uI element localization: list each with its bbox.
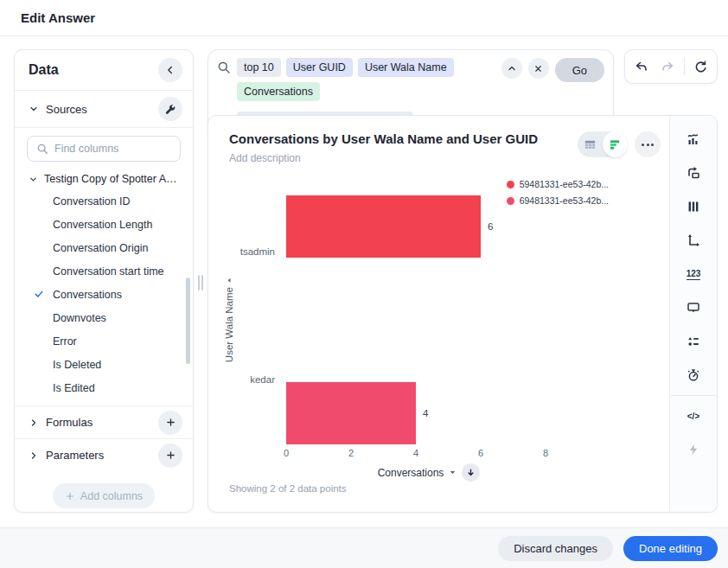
tree-scrollbar[interactable] <box>186 278 190 364</box>
lightning-icon <box>686 443 700 456</box>
bar-tsadmin[interactable] <box>286 195 481 258</box>
change-visualization-button[interactable] <box>682 128 705 150</box>
column-item[interactable]: Conversation Origin <box>15 236 193 259</box>
divider <box>684 58 685 75</box>
format-list-icon <box>686 334 701 349</box>
column-item[interactable]: Is Edited <box>15 376 193 399</box>
axes-settings-button[interactable] <box>682 229 705 252</box>
panel-resize-handle[interactable] <box>198 275 203 290</box>
tml-editor-button[interactable]: </> <box>682 405 705 427</box>
go-button[interactable]: Go <box>555 58 604 82</box>
plus-icon <box>165 417 176 428</box>
reset-icon <box>693 60 708 74</box>
pin-to-liveboard-icon <box>686 165 701 181</box>
history-toolbar <box>624 49 718 84</box>
column-item[interactable]: Is Deleted <box>15 353 193 376</box>
source-tree-parent[interactable]: Testign Copy of Spotter Ana... <box>15 169 193 189</box>
spotiq-button[interactable] <box>682 438 705 461</box>
stopwatch-icon <box>686 367 701 383</box>
plus-icon <box>65 491 75 501</box>
bar-kedar[interactable] <box>286 382 416 444</box>
chevron-left-icon <box>164 64 176 76</box>
code-icon: </> <box>687 412 699 421</box>
edit-sources-button[interactable] <box>158 97 182 121</box>
done-editing-button[interactable]: Done editing <box>623 536 718 561</box>
clear-search-button[interactable] <box>528 58 549 79</box>
page-title: Edit Answer <box>21 10 95 25</box>
add-columns-button[interactable]: Add columns <box>53 483 155 508</box>
add-parameter-button[interactable] <box>158 444 182 468</box>
column-item[interactable]: Conversation start time <box>15 259 193 283</box>
pin-to-liveboard-button[interactable] <box>682 162 705 184</box>
reset-button[interactable] <box>690 55 712 78</box>
find-columns-input[interactable] <box>54 143 167 155</box>
chevron-down-icon <box>29 104 39 114</box>
axes-icon <box>686 233 701 248</box>
y-axis-label[interactable]: User Wala Name <box>222 195 236 444</box>
search-token[interactable]: top 10 <box>237 58 281 77</box>
legend-item[interactable]: 59481331-ee53-42b... <box>507 179 609 189</box>
undo-button[interactable] <box>629 55 652 78</box>
data-label: 6 <box>488 221 493 232</box>
category-label: kedar <box>223 374 275 385</box>
search-token[interactable]: Conversations <box>237 82 320 101</box>
chart-view-button[interactable] <box>603 131 628 157</box>
redo-icon <box>661 60 675 74</box>
search-token[interactable]: User Wala Name <box>358 58 454 77</box>
number-format-button[interactable]: 123 <box>682 263 705 285</box>
column-item[interactable]: Error <box>15 329 193 353</box>
source-name: Testign Copy of Spotter Ana... <box>44 173 182 185</box>
tooltip-icon <box>686 300 701 316</box>
page-footer: Discard changes Done editing <box>0 527 728 568</box>
search-token[interactable]: User GUID <box>286 58 353 77</box>
sources-label: Sources <box>46 103 87 116</box>
redo-button[interactable] <box>657 55 680 78</box>
arrow-down-icon <box>466 468 476 477</box>
columns-icon <box>686 199 701 214</box>
add-formula-button[interactable] <box>158 411 182 435</box>
chevron-up-icon <box>507 63 517 73</box>
column-item-selected[interactable]: Conversations <box>15 283 193 306</box>
formulas-section-header[interactable]: Formulas <box>15 405 193 438</box>
data-label: 4 <box>423 408 428 418</box>
table-view-button[interactable] <box>578 131 603 157</box>
column-item[interactable]: Liveboard GUID <box>15 399 193 405</box>
data-points-summary: Showing 2 of 2 data points <box>229 483 347 494</box>
tooltip-settings-button[interactable] <box>682 297 705 319</box>
columns-tree: Testign Copy of Spotter Ana... Conversat… <box>15 165 193 405</box>
search-icon <box>36 143 48 155</box>
chart-header: Conversations by User Wala Name and User… <box>229 131 661 164</box>
chevron-right-icon <box>29 450 39 461</box>
close-icon <box>533 64 543 73</box>
check-icon <box>34 289 44 299</box>
plus-icon <box>165 450 176 461</box>
parameters-section-header[interactable]: Parameters <box>15 438 193 471</box>
schedule-button[interactable] <box>682 364 705 386</box>
caret-icon <box>226 277 233 284</box>
data-panel: Data Sources <box>14 49 194 513</box>
add-description[interactable]: Add description <box>229 152 538 164</box>
discard-changes-button[interactable]: Discard changes <box>498 536 613 561</box>
view-toggle <box>578 131 628 157</box>
column-item[interactable]: Conversation ID <box>15 189 193 213</box>
column-item[interactable]: Conversation Length <box>15 213 193 236</box>
collapse-search-button[interactable] <box>501 58 522 79</box>
sort-descending-button[interactable] <box>462 463 480 482</box>
category-label: tsadmin <box>223 246 275 257</box>
chart-content: Conversations by User Wala Name and User… <box>208 116 669 512</box>
legend-dot <box>507 181 514 188</box>
more-options-button[interactable] <box>635 131 661 157</box>
collapse-panel-button[interactable] <box>158 58 182 82</box>
column-item[interactable]: Downvotes <box>15 306 193 329</box>
number-format-icon: 123 <box>686 269 701 280</box>
conditional-formatting-button[interactable] <box>682 330 705 353</box>
bar-chart-icon <box>609 138 622 151</box>
sources-section-header[interactable]: Sources <box>15 91 193 128</box>
data-panel-title: Data <box>29 62 59 78</box>
data-panel-header: Data <box>15 50 193 91</box>
page-header: Edit Answer <box>0 0 728 36</box>
x-axis-label[interactable]: Conversations <box>378 467 444 479</box>
edit-columns-button[interactable] <box>682 195 705 218</box>
chart-type-icon <box>686 131 701 147</box>
divider <box>670 395 718 396</box>
